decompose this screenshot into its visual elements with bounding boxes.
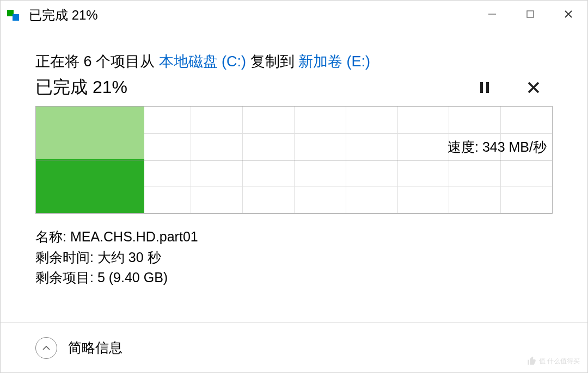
- speed-chart: 速度: 343 MB/秒: [35, 106, 553, 214]
- detail-name: 名称: MEA.CHS.HD.part01: [35, 227, 553, 247]
- close-icon: [527, 81, 540, 94]
- detail-items-remaining: 剩余项目: 5 (9.40 GB): [35, 268, 553, 288]
- pause-button[interactable]: [476, 79, 493, 96]
- copy-prefix: 正在将 6 个项目从: [35, 53, 159, 70]
- progress-actions: [476, 79, 553, 96]
- copy-description: 正在将 6 个项目从 本地磁盘 (C:) 复制到 新加卷 (E:): [35, 52, 553, 71]
- chart-speed-line: [36, 160, 552, 160]
- chart-fill-upper: [36, 107, 144, 159]
- thumb-icon: [527, 356, 537, 366]
- maximize-button[interactable]: [511, 1, 549, 28]
- window-title: 已完成 21%: [29, 7, 98, 24]
- destination-link[interactable]: 新加卷 (E:): [298, 53, 370, 70]
- footer: 简略信息: [1, 322, 587, 372]
- close-button[interactable]: [549, 1, 587, 28]
- cancel-button[interactable]: [525, 79, 542, 96]
- svg-rect-3: [527, 11, 534, 17]
- details-toggle-label[interactable]: 简略信息: [68, 339, 122, 357]
- details: 名称: MEA.CHS.HD.part01 剩余时间: 大约 30 秒 剩余项目…: [35, 227, 553, 288]
- copy-icon: [7, 10, 22, 21]
- watermark: 值 什么值得买: [527, 356, 580, 366]
- speed-label: 速度: 343 MB/秒: [448, 138, 547, 156]
- detail-time-remaining: 剩余时间: 大约 30 秒: [35, 247, 553, 268]
- chart-fill-lower: [36, 159, 144, 213]
- minimize-button[interactable]: [473, 1, 511, 28]
- progress-row: 已完成 21%: [35, 76, 553, 100]
- progress-text: 已完成 21%: [35, 76, 127, 100]
- details-toggle-button[interactable]: [35, 337, 57, 359]
- svg-rect-7: [486, 82, 489, 93]
- svg-rect-6: [480, 82, 483, 93]
- content: 正在将 6 个项目从 本地磁盘 (C:) 复制到 新加卷 (E:) 已完成 21…: [1, 30, 587, 288]
- copy-middle: 复制到: [246, 53, 298, 70]
- source-link[interactable]: 本地磁盘 (C:): [159, 53, 246, 70]
- pause-icon: [479, 81, 490, 94]
- chevron-up-icon: [41, 343, 51, 353]
- window-controls: [473, 1, 587, 28]
